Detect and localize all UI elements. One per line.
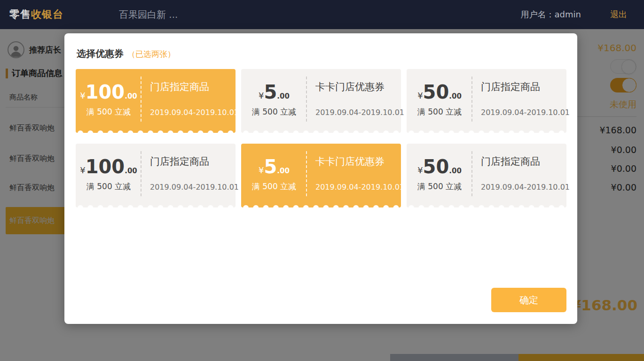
coupon-condition: 满 500 立减 (407, 181, 472, 192)
coupon-condition: 满 500 立减 (241, 107, 307, 117)
app-logo: 零售收银台 (9, 8, 63, 22)
coupon-price: ¥5.00 (241, 81, 307, 103)
coupon-amount: 100 (86, 156, 125, 177)
coupon-name: 卡卡门店优惠券 (315, 155, 397, 168)
coupon-price: ¥5.00 (241, 156, 307, 177)
dialog-header: 选择优惠券 （已选两张） (77, 47, 175, 60)
coupon-scallop-edge (407, 204, 566, 208)
user-label: 用户名： (521, 9, 555, 19)
coupon-right-block: 门店指定商品 2019.09.04-2019.10.01 (150, 69, 232, 117)
coupon-scallop-edge (241, 204, 401, 208)
coupon-left-block: ¥5.00 满 500 立减 (241, 144, 307, 207)
brand-primary: 零售 (9, 8, 31, 20)
coupon-currency: ¥ (417, 165, 423, 175)
coupon-left-block: ¥100.00 满 500 立减 (76, 69, 141, 133)
coupon-date-range: 2019.09.04-2019.10.01 (315, 108, 397, 117)
coupon-date-range: 2019.09.04-2019.10.01 (150, 108, 232, 117)
coupon-currency: ¥ (417, 91, 423, 100)
coupon-price: ¥100.00 (76, 156, 141, 177)
coupon-left-block: ¥5.00 满 500 立减 (241, 69, 307, 133)
coupon-cents: .00 (125, 167, 137, 175)
coupon-currency: ¥ (80, 165, 85, 175)
coupon-dialog: 选择优惠券 （已选两张） ¥100.00 满 500 立减 门店指定商品 201… (64, 33, 577, 324)
username-value: admin (555, 9, 581, 19)
store-name: 百果园白新 ... (119, 8, 178, 21)
coupon-card[interactable]: ¥5.00 满 500 立减 卡卡门店优惠券 2019.09.04-2019.1… (241, 144, 401, 207)
coupon-divider (306, 77, 307, 122)
coupon-name: 门店指定商品 (150, 155, 232, 168)
coupon-date-range: 2019.09.04-2019.10.01 (315, 183, 397, 192)
coupon-name: 卡卡门店优惠券 (315, 80, 397, 93)
coupon-condition: 满 500 立减 (76, 107, 141, 117)
selected-count-hint: （已选两张） (127, 49, 175, 60)
coupon-divider (471, 151, 472, 196)
coupon-amount: 100 (86, 81, 125, 103)
coupon-card[interactable]: ¥50.00 满 500 立减 门店指定商品 2019.09.04-2019.1… (407, 69, 566, 133)
coupon-divider (141, 151, 141, 196)
dialog-title: 选择优惠券 (77, 47, 124, 60)
coupon-divider (471, 77, 472, 122)
coupon-cents: .00 (125, 92, 137, 100)
coupon-date-range: 2019.09.04-2019.10.01 (481, 183, 563, 192)
coupon-divider (141, 77, 141, 122)
coupon-price: ¥100.00 (76, 81, 141, 103)
coupon-amount: 50 (423, 156, 449, 177)
username-label: 用户名：admin (521, 9, 581, 20)
coupon-date-range: 2019.09.04-2019.10.01 (150, 183, 232, 192)
coupon-card[interactable]: ¥100.00 满 500 立减 门店指定商品 2019.09.04-2019.… (76, 144, 236, 207)
coupon-price: ¥50.00 (407, 156, 472, 177)
top-navbar: 零售收银台 百果园白新 ... 用户名：admin 退出 (0, 0, 644, 29)
coupon-left-block: ¥50.00 满 500 立减 (407, 144, 472, 207)
coupon-scallop-edge (76, 129, 236, 133)
coupon-condition: 满 500 立减 (76, 181, 141, 192)
coupon-scallop-edge (407, 129, 566, 133)
coupon-scallop-edge (241, 129, 401, 133)
coupon-right-block: 门店指定商品 2019.09.04-2019.10.01 (150, 144, 232, 192)
coupon-left-block: ¥100.00 满 500 立减 (76, 144, 141, 207)
coupon-price: ¥50.00 (407, 81, 472, 103)
coupon-amount: 50 (423, 81, 449, 103)
coupon-left-block: ¥50.00 满 500 立减 (407, 69, 472, 133)
coupon-card[interactable]: ¥5.00 满 500 立减 卡卡门店优惠券 2019.09.04-2019.1… (241, 69, 401, 133)
brand-accent: 收银台 (31, 8, 63, 20)
coupon-cents: .00 (277, 92, 290, 100)
coupon-currency: ¥ (80, 91, 85, 100)
coupon-right-block: 卡卡门店优惠券 2019.09.04-2019.10.01 (315, 69, 397, 117)
coupon-amount: 5 (264, 156, 277, 177)
coupon-divider (306, 151, 307, 196)
coupon-scallop-edge (76, 204, 236, 208)
coupon-currency: ¥ (259, 165, 264, 175)
coupon-name: 门店指定商品 (481, 80, 563, 93)
coupon-right-block: 卡卡门店优惠券 2019.09.04-2019.10.01 (315, 144, 397, 192)
confirm-button[interactable]: 确定 (491, 288, 566, 312)
coupon-amount: 5 (264, 81, 277, 103)
pos-screen: 零售收银台 百果园白新 ... 用户名：admin 退出 推荐店长 订单商品信息… (0, 0, 644, 361)
coupon-cents: .00 (449, 92, 462, 100)
coupon-name: 门店指定商品 (150, 80, 232, 93)
coupon-card[interactable]: ¥50.00 满 500 立减 门店指定商品 2019.09.04-2019.1… (407, 144, 566, 207)
coupon-currency: ¥ (259, 91, 264, 100)
coupon-right-block: 门店指定商品 2019.09.04-2019.10.01 (481, 69, 563, 117)
coupon-grid: ¥100.00 满 500 立减 门店指定商品 2019.09.04-2019.… (76, 69, 566, 207)
logout-button[interactable]: 退出 (610, 9, 627, 20)
coupon-name: 门店指定商品 (481, 155, 563, 168)
coupon-cents: .00 (277, 167, 290, 175)
coupon-date-range: 2019.09.04-2019.10.01 (481, 108, 563, 117)
coupon-condition: 满 500 立减 (407, 107, 472, 117)
coupon-condition: 满 500 立减 (241, 181, 307, 192)
coupon-cents: .00 (449, 167, 462, 175)
coupon-card[interactable]: ¥100.00 满 500 立减 门店指定商品 2019.09.04-2019.… (76, 69, 236, 133)
coupon-right-block: 门店指定商品 2019.09.04-2019.10.01 (481, 144, 563, 192)
